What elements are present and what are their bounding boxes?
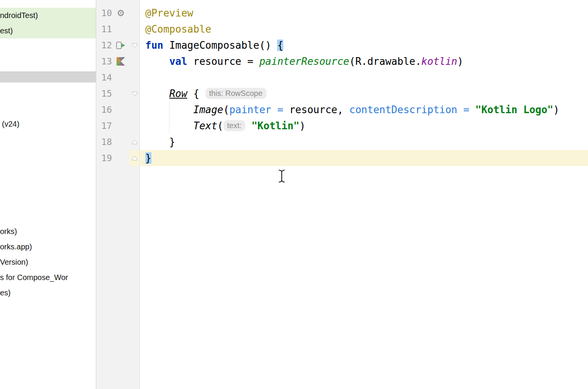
project-tree-item[interactable]: (v24) <box>0 116 96 132</box>
project-tree-item[interactable]: orks.app) <box>0 239 96 254</box>
inlay-hint: text: <box>223 120 246 131</box>
tree-item-label: s for Compose_Wor <box>0 273 68 282</box>
code-line[interactable]: } <box>140 134 588 150</box>
code-token: fun <box>145 40 169 51</box>
fold-strip <box>130 102 140 118</box>
project-tree-item[interactable]: est) <box>0 23 96 38</box>
gutter-row: 11 <box>96 21 140 37</box>
fold-strip <box>130 53 140 69</box>
line-number[interactable]: 14 <box>100 73 112 82</box>
line-number[interactable]: 17 <box>100 121 112 131</box>
code-line[interactable]: @Composable <box>140 21 588 37</box>
code-line[interactable]: Image(painter = resource, contentDescrip… <box>140 102 588 118</box>
fold-strip <box>130 69 140 86</box>
code-token: ) <box>457 56 463 67</box>
code-token: ) <box>554 104 560 115</box>
line-number[interactable]: 12 <box>100 40 112 50</box>
code-line[interactable]: Row { this: RowScope <box>140 86 588 102</box>
tree-item-label: est) <box>0 26 13 35</box>
gutter-icon-slot <box>112 69 130 86</box>
line-number[interactable]: 19 <box>100 153 112 163</box>
tree-item-label: es) <box>0 288 11 297</box>
fold-down-icon[interactable] <box>130 86 140 102</box>
gutter-row: 13 <box>96 53 140 69</box>
code-token: kotlin <box>421 56 457 67</box>
project-tree-item[interactable]: es) <box>0 285 96 300</box>
line-number[interactable]: 16 <box>100 105 112 115</box>
code-line[interactable] <box>140 69 588 86</box>
code-token: Text <box>193 120 217 132</box>
code-token: Row <box>169 88 187 99</box>
code-line[interactable]: @Preview <box>140 5 588 21</box>
fold-down-icon[interactable] <box>130 37 140 53</box>
code-line[interactable]: fun ImageComposable() { <box>140 37 588 53</box>
code-line[interactable]: } <box>140 150 588 166</box>
gutter-row: 10⚙ <box>96 5 140 21</box>
code-token: (R.drawable. <box>349 56 421 67</box>
gutter-row: 15 <box>96 86 140 102</box>
gutter-row: 18 <box>96 134 140 150</box>
tree-item-label: Version) <box>0 258 28 267</box>
gear-icon[interactable]: ⚙ <box>112 5 130 21</box>
code-token: ( <box>223 104 230 115</box>
fold-strip <box>130 21 140 37</box>
code-token: contentDescription = <box>349 104 475 115</box>
gutter-icon-slot <box>112 134 130 150</box>
inlay-hint: this: RowScope <box>205 88 266 99</box>
fold-strip <box>130 5 140 21</box>
gutter-icon-slot <box>112 102 130 118</box>
code-token: painterResource <box>259 56 349 67</box>
project-tree-item[interactable]: ndroidTest) <box>0 8 96 23</box>
code-token: ImageComposable() <box>169 40 278 51</box>
line-number[interactable]: 13 <box>100 56 112 66</box>
fold-up-icon[interactable] <box>130 134 140 150</box>
code-line[interactable]: Text(text: "Kotlin") <box>140 118 588 134</box>
line-number[interactable]: 11 <box>100 24 112 34</box>
code-token: "Kotlin" <box>251 120 299 132</box>
fold-up-icon[interactable] <box>130 150 140 166</box>
gutter-icon-slot <box>112 118 130 134</box>
fold-strip <box>130 118 140 134</box>
line-number[interactable]: 15 <box>100 89 112 99</box>
code-line[interactable]: val resource = painterResource(R.drawabl… <box>140 53 588 69</box>
code-token: } <box>145 152 151 164</box>
code-token: ( <box>217 120 223 132</box>
code-token: { <box>277 40 283 51</box>
gutter-row: 19 <box>96 150 140 166</box>
line-number[interactable]: 10 <box>100 8 112 18</box>
code-token: resource = <box>187 56 260 67</box>
code-token: resource, <box>289 104 350 115</box>
code-token: @Preview <box>145 7 193 19</box>
tree-item-label: orks.app) <box>0 242 32 251</box>
gutter-icon-slot <box>112 86 130 102</box>
gutter-row: 14 <box>96 69 140 86</box>
gutter-row: 17 <box>96 118 140 134</box>
project-tree-item[interactable]: orks) <box>0 224 96 239</box>
code-token: @Composable <box>145 23 211 35</box>
tree-item-label: (v24) <box>0 120 20 129</box>
kotlin-logo-icon[interactable] <box>112 53 130 69</box>
code-token: "Kotlin Logo" <box>475 104 554 115</box>
editor-gutter[interactable]: 10⚙111213141516171819 <box>96 0 140 389</box>
gutter-icon-slot <box>112 150 130 166</box>
code-token: { <box>187 88 205 99</box>
code-token <box>245 120 251 132</box>
project-tree-item[interactable] <box>0 71 96 82</box>
tree-item-label: ndroidTest) <box>0 11 38 20</box>
tree-item-label: orks) <box>0 227 17 236</box>
gutter-row: 12 <box>96 37 140 53</box>
run-preview-icon[interactable] <box>112 37 130 53</box>
code-token <box>145 56 169 67</box>
project-tree-item[interactable]: Version) <box>0 254 96 270</box>
project-tree-item[interactable]: s for Compose_Wor <box>0 270 96 285</box>
project-tree-panel[interactable]: ndroidTest)est)(v24)orks)orks.app)Versio… <box>0 0 96 389</box>
indent-guide <box>169 102 169 134</box>
code-token: val <box>169 56 187 67</box>
code-token: } <box>145 136 175 148</box>
line-number[interactable]: 18 <box>100 137 112 147</box>
code-token <box>145 88 169 99</box>
code-token: painter = <box>229 104 289 115</box>
gutter-row: 16 <box>96 102 140 118</box>
code-token: Image <box>193 104 223 115</box>
code-area[interactable]: @Preview@Composablefun ImageComposable()… <box>140 0 588 389</box>
